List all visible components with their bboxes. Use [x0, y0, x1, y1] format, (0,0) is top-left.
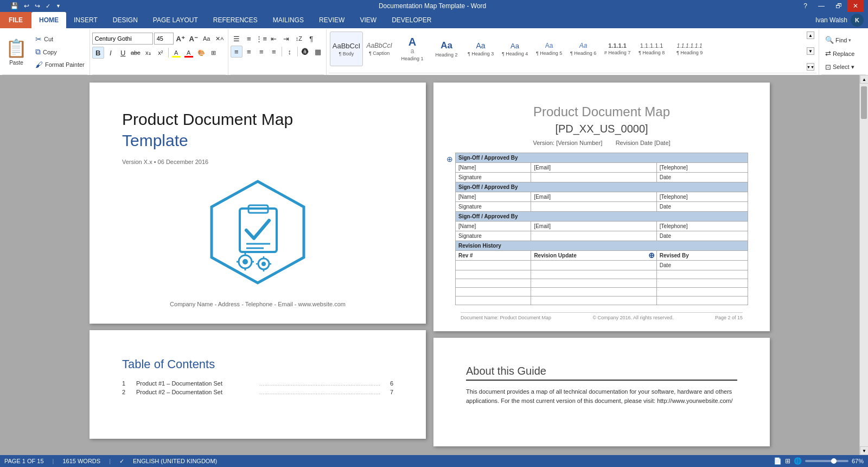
font-name-input[interactable]: Century Gothi: [92, 33, 153, 45]
decrease-indent-btn[interactable]: ⇤: [268, 33, 280, 45]
shading2-btn[interactable]: 🅐: [299, 46, 311, 58]
find-arrow: ▾: [848, 37, 851, 43]
tab-mailings[interactable]: MAILINGS: [265, 12, 311, 28]
change-case-btn[interactable]: Aa: [201, 33, 213, 45]
signoff-phone-2: [Telephone]: [656, 192, 748, 202]
scroll-down-btn[interactable]: ▼: [860, 446, 868, 455]
view-two-page[interactable]: ⊞: [785, 457, 790, 465]
bold-button[interactable]: B: [92, 47, 104, 59]
spell-check-icon[interactable]: ✓: [119, 458, 124, 465]
tab-developer[interactable]: DEVELOPER: [384, 12, 439, 28]
quick-access-save[interactable]: 💾: [9, 2, 20, 10]
find-button[interactable]: 🔍 Find ▾: [821, 34, 855, 46]
text-highlight-btn[interactable]: A: [170, 47, 182, 59]
copy-button[interactable]: ⧉ Copy: [33, 46, 87, 58]
tab-view[interactable]: VIEW: [352, 12, 384, 28]
minimize-btn[interactable]: —: [813, 0, 830, 12]
font-size-input[interactable]: 45: [154, 33, 174, 45]
vertical-scrollbar[interactable]: ▲ ▼: [859, 75, 868, 455]
superscript-button[interactable]: x²: [155, 47, 167, 59]
signoff-phone-1: [Telephone]: [656, 163, 748, 173]
page-info: PAGE 1 OF 15: [4, 458, 44, 464]
styles-scroll-up[interactable]: ▲: [807, 31, 814, 39]
style-heading6[interactable]: Aa ¶ Heading 6: [566, 31, 600, 66]
about-text: This document provides a map of all tech…: [466, 387, 737, 405]
subscript-button[interactable]: x₂: [142, 47, 154, 59]
multilevel-list-btn[interactable]: ⋮≡: [256, 33, 267, 45]
scroll-thumb[interactable]: [861, 86, 867, 119]
style-h1-letter: a: [411, 47, 414, 55]
style-heading8[interactable]: 1.1.1.1.1 ¶ Heading 8: [635, 31, 668, 66]
user-avatar[interactable]: K: [851, 14, 864, 27]
view-single-page[interactable]: 📄: [774, 457, 782, 465]
cut-button[interactable]: ✂ Cut: [33, 33, 87, 45]
shading-btn[interactable]: 🎨: [195, 47, 207, 59]
numbered-list-btn[interactable]: ≡: [243, 33, 255, 45]
toc-item-1-dots: ........................................…: [259, 380, 380, 387]
tab-insert[interactable]: INSERT: [66, 12, 105, 28]
style-heading7[interactable]: 1.1.1.1 # Heading 7: [601, 31, 634, 66]
font-color-btn[interactable]: A: [183, 47, 195, 59]
style-heading3[interactable]: Aa ¶ Heading 3: [464, 31, 497, 66]
language[interactable]: ENGLISH (UNITED KINGDOM): [133, 458, 217, 464]
style-h8-name: ¶ Heading 8: [639, 50, 665, 55]
table-plus-1[interactable]: ⊕: [446, 155, 453, 163]
quick-access-redo[interactable]: ↪: [33, 2, 42, 10]
quick-access-undo[interactable]: ↩: [22, 2, 31, 10]
tab-page-layout[interactable]: PAGE LAYOUT: [145, 12, 206, 28]
align-center-btn[interactable]: ≡: [243, 46, 255, 58]
borders2-btn[interactable]: ▦: [312, 46, 324, 58]
quick-access-check[interactable]: ✓: [44, 2, 52, 10]
font-shrink-btn[interactable]: A⁻: [188, 33, 200, 45]
paste-button[interactable]: 📋 Paste: [2, 35, 30, 70]
hex-logo-svg: [206, 176, 309, 290]
style-body[interactable]: AaBbCcI ¶ Body: [330, 31, 363, 66]
tab-file[interactable]: FILE: [0, 12, 31, 28]
italic-button[interactable]: I: [105, 47, 117, 59]
replace-icon: ⇄: [825, 49, 831, 58]
zoom-thumb[interactable]: [831, 458, 837, 464]
help-btn[interactable]: ?: [798, 0, 813, 12]
style-heading9[interactable]: 1.1.1.1.1.1 ¶ Heading 9: [669, 31, 710, 66]
style-caption[interactable]: AaBbCcI ¶ Caption: [363, 31, 395, 66]
signoff-date-2: Date: [656, 202, 748, 212]
style-h1-preview: A: [409, 36, 416, 47]
styles-more[interactable]: ▼▼: [807, 63, 814, 71]
style-heading2[interactable]: Aa Heading 2: [430, 31, 463, 66]
font-grow-btn[interactable]: A⁺: [175, 33, 187, 45]
select-button[interactable]: ⊡ Select ▾: [821, 61, 858, 73]
toc-item-2-page: 7: [382, 389, 393, 395]
signoff-date-3: Date: [656, 231, 748, 241]
view-web[interactable]: 🌐: [794, 457, 802, 465]
tab-review[interactable]: REVIEW: [311, 12, 352, 28]
style-heading1[interactable]: A a Heading 1: [395, 31, 429, 66]
tab-home[interactable]: HOME: [31, 12, 66, 28]
increase-indent-btn[interactable]: ⇥: [280, 33, 292, 45]
styles-scroll-down[interactable]: ▼: [807, 47, 814, 55]
style-heading5[interactable]: Aa ¶ Heading 5: [532, 31, 566, 66]
align-right-btn[interactable]: ≡: [256, 46, 267, 58]
replace-button[interactable]: ⇄ Replace: [821, 47, 858, 60]
format-painter-label: Format Painter: [45, 61, 85, 68]
scroll-up-btn[interactable]: ▲: [860, 75, 868, 84]
underline-button[interactable]: U: [117, 47, 129, 59]
tab-design[interactable]: DESIGN: [105, 12, 145, 28]
table-plus-2[interactable]: ⊕: [648, 251, 655, 260]
clear-formatting-btn[interactable]: ✕A: [214, 33, 226, 45]
revision-history-header: Revision History: [456, 241, 748, 251]
borders-btn[interactable]: ⊞: [208, 47, 220, 59]
show-formatting-btn[interactable]: ¶: [305, 33, 317, 45]
line-spacing-btn[interactable]: ↕: [284, 46, 296, 58]
tab-references[interactable]: REFERENCES: [206, 12, 265, 28]
close-btn[interactable]: ✕: [847, 0, 864, 12]
bullet-list-btn[interactable]: ☰: [231, 33, 242, 45]
justify-btn[interactable]: ≡: [268, 46, 280, 58]
zoom-slider[interactable]: [805, 460, 848, 462]
quick-access-customize[interactable]: ▼: [54, 3, 62, 9]
strikethrough-button[interactable]: abc: [130, 47, 142, 59]
restore-btn[interactable]: 🗗: [830, 0, 847, 12]
format-painter-button[interactable]: 🖌 Format Painter: [33, 59, 87, 71]
align-left-btn[interactable]: ≡: [231, 46, 242, 58]
sort-btn[interactable]: ↕Z: [293, 33, 305, 45]
style-heading4[interactable]: Aa ¶ Heading 4: [498, 31, 532, 66]
